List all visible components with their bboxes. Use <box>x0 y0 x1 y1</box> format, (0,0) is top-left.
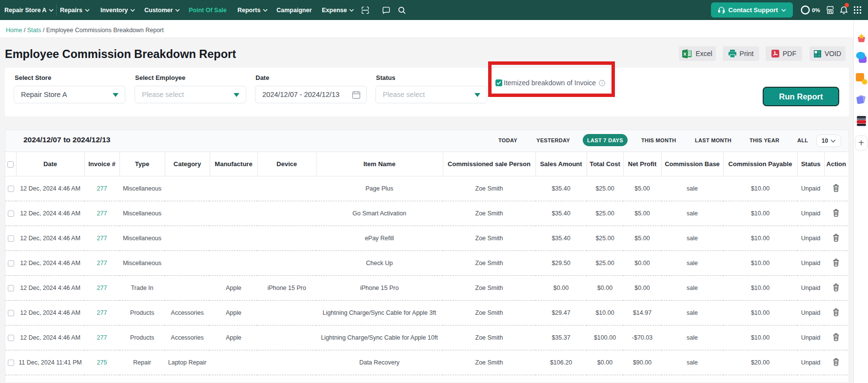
svg-text:x: x <box>684 51 687 57</box>
